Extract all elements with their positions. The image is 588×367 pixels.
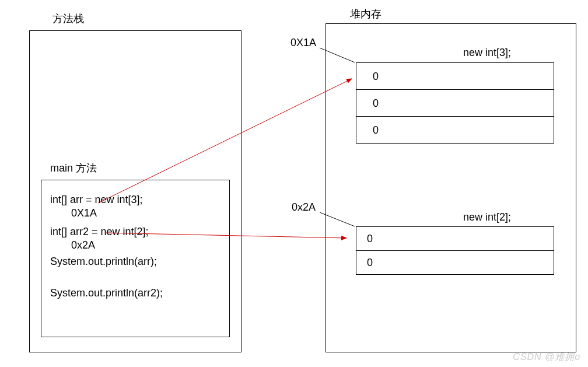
heap2-cell-1: 0 bbox=[356, 250, 554, 275]
code-addr-2: 0x2A bbox=[71, 239, 95, 251]
heap1-cell-2-text: 0 bbox=[356, 117, 554, 143]
heap2-cell-0-text: 0 bbox=[356, 227, 554, 250]
heap1-cell-1-text: 0 bbox=[356, 90, 554, 116]
heap1-cell-2: 0 bbox=[356, 116, 554, 144]
heap-addr-1: 0X1A bbox=[290, 37, 316, 49]
code-line-4: System.out.println(arr2); bbox=[50, 287, 163, 299]
heap2-cell-1-text: 0 bbox=[356, 251, 554, 274]
code-line-2: int[] arr2 = new int[2]; bbox=[50, 226, 149, 238]
watermark: CSDN @难拥σ bbox=[513, 351, 581, 363]
heap2-cell-0: 0 bbox=[356, 226, 554, 251]
heap1-cell-0: 0 bbox=[356, 62, 554, 90]
code-line-1: int[] arr = new int[3]; bbox=[50, 194, 143, 206]
heap-decl-2: new int[2]; bbox=[463, 211, 511, 223]
heap1-cell-0-text: 0 bbox=[356, 63, 554, 89]
heap1-cell-1: 0 bbox=[356, 89, 554, 117]
heap-decl-1: new int[3]; bbox=[463, 47, 511, 59]
heap-addr-2: 0x2A bbox=[292, 201, 316, 214]
main-method-label: main 方法 bbox=[50, 161, 97, 175]
code-addr-1: 0X1A bbox=[71, 207, 97, 219]
code-line-3: System.out.println(arr); bbox=[50, 256, 157, 268]
heap-title: 堆内存 bbox=[350, 7, 382, 21]
stack-title: 方法栈 bbox=[52, 12, 84, 26]
